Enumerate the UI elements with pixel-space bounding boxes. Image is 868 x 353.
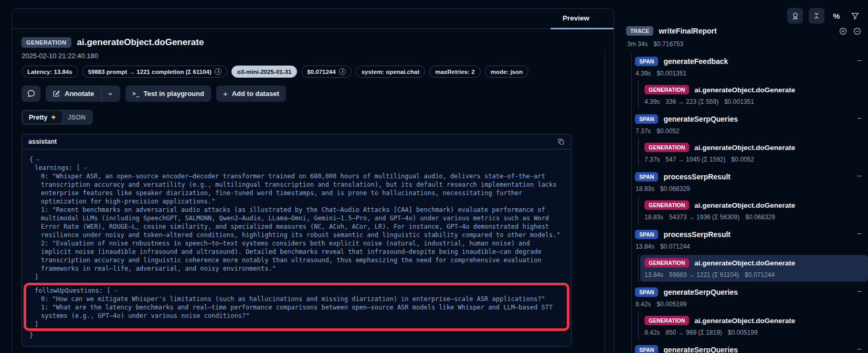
collapse-span-icon[interactable]: −: [857, 230, 862, 238]
json-array-item: 0:"How can we mitigate Whisper's limitat…: [29, 295, 564, 303]
generation-name: ai.generateObject.doGenerate: [694, 317, 795, 325]
generation-row[interactable]: GENERATION ai.generateObject.doGenerate …: [640, 82, 863, 109]
span-duration: 18.83s: [636, 185, 654, 192]
span-name: processSerpResult: [663, 230, 731, 239]
annotate-button[interactable]: Annotate: [46, 85, 120, 102]
tab-preview[interactable]: Preview: [554, 9, 613, 28]
toggle-json[interactable]: JSON: [62, 112, 91, 123]
annotation-award-button[interactable]: [787, 8, 803, 24]
generation-tokens: 336 → 223 (Σ 559): [665, 98, 718, 105]
span-block: SPAN generateSerpQueries −: [635, 344, 863, 353]
generation-type-badge: GENERATION: [644, 316, 689, 325]
model-pill[interactable]: o3-mini-2025-01-31: [231, 66, 298, 78]
output-json-pretty: { learnings: [ 0:"Whisper ASR, an open-s…: [22, 149, 571, 346]
filter-button[interactable]: [849, 8, 861, 24]
generation-type-badge: GENERATION: [644, 85, 689, 94]
collapse-span-icon[interactable]: −: [857, 345, 862, 353]
span-type-badge: SPAN: [635, 57, 658, 66]
page-title: ai.generateObject.doGenerate: [77, 37, 204, 48]
generation-cost: $0.005199: [728, 329, 758, 336]
span-row[interactable]: SPAN generateSerpQueries: [635, 286, 863, 298]
comment-button[interactable]: [22, 85, 40, 102]
span-block: SPAN generateFeedback − 4.39s $0.001351 …: [635, 56, 863, 109]
award-icon: [791, 12, 800, 20]
generation-duration: 18.83s: [644, 213, 663, 221]
generation-name: ai.generateObject.doGenerate: [694, 144, 795, 152]
generation-row[interactable]: GENERATION ai.generateObject.doGenerate …: [640, 140, 863, 166]
span-row[interactable]: SPAN processSerpResult: [635, 229, 863, 240]
span-row[interactable]: SPAN generateSerpQueries: [635, 113, 863, 125]
add-to-dataset-label: Add to dataset: [232, 90, 279, 98]
json-array-item: 0:"Whisper ASR, an open-source encoder—d…: [29, 172, 564, 206]
copy-icon[interactable]: [557, 138, 565, 145]
span-row[interactable]: SPAN generateSerpQueries: [635, 344, 863, 353]
plus-icon: +: [223, 89, 228, 98]
terminal-icon: >_: [132, 90, 139, 97]
json-line[interactable]: learnings: [: [29, 164, 564, 172]
generation-duration: 8.42s: [644, 329, 660, 336]
span-cost: $0.071244: [660, 243, 690, 250]
test-in-playground-button[interactable]: >_ Test in playground: [125, 85, 211, 102]
chevron-down-icon: [36, 157, 40, 162]
info-icon: i: [339, 68, 346, 75]
percent-icon: %: [833, 12, 840, 20]
generation-cost: $0.071244: [745, 271, 775, 279]
collapse-all-icon[interactable]: [853, 27, 862, 36]
span-cost: $0.068329: [660, 185, 690, 192]
annotate-pencil-icon: [52, 90, 60, 98]
collapse-span-icon[interactable]: −: [857, 114, 862, 123]
span-name: generateSerpQueries: [663, 115, 738, 123]
span-block: SPAN generateSerpQueries − 7.37s $0.0052…: [635, 113, 863, 166]
json-line: ]: [29, 273, 564, 281]
collapse-vertical-button[interactable]: [809, 8, 824, 24]
json-line[interactable]: followUpQuestions: [: [29, 286, 564, 295]
generation-row[interactable]: GENERATION ai.generateObject.doGenerate …: [640, 313, 863, 339]
message-role-label: assistant: [28, 138, 57, 145]
filter-funnel-icon: [851, 12, 860, 20]
generation-name: ai.generateObject.doGenerate: [694, 201, 795, 209]
generation-name: ai.generateObject.doGenerate: [694, 259, 795, 267]
span-row[interactable]: SPAN generateFeedback: [635, 56, 863, 67]
trace-tree-panel: TRACE writeFinalReport 3m 34s $0.716753 …: [626, 26, 863, 353]
test-in-playground-label: Test in playground: [144, 90, 204, 98]
span-row[interactable]: SPAN processSerpResult: [635, 171, 863, 183]
sparkles-icon: ✦: [50, 113, 56, 121]
tokens-pill[interactable]: 59883 prompt → 1221 completion (Σ 61104)…: [82, 66, 227, 78]
collapse-span-icon[interactable]: −: [857, 287, 862, 296]
chevron-down-icon[interactable]: [107, 91, 113, 97]
info-icon: i: [215, 68, 221, 75]
trace-duration: 3m 34s: [627, 40, 648, 48]
trace-root-row[interactable]: TRACE writeFinalReport: [626, 26, 863, 36]
cost-pill[interactable]: $0.071244 i: [301, 66, 351, 78]
max-retries-pill: maxRetries: 2: [429, 66, 480, 78]
span-name: generateSerpQueries: [663, 288, 738, 296]
trace-toolbar: %: [787, 8, 861, 24]
generation-row[interactable]: GENERATION ai.generateObject.doGenerate …: [640, 197, 863, 224]
span-cost: $0.005199: [657, 301, 686, 308]
generation-type-badge: GENERATION: [644, 143, 689, 152]
cost-pill-label: $0.071244: [307, 69, 335, 75]
generation-row-selected[interactable]: GENERATION ai.generateObject.doGenerate …: [640, 255, 868, 282]
chevron-down-icon: [113, 288, 118, 293]
toggle-pretty[interactable]: Pretty ✦: [23, 111, 62, 123]
span-cost: $0.0052: [657, 127, 679, 135]
percent-toggle-button[interactable]: %: [830, 8, 843, 24]
mode-pill: mode: json: [485, 66, 528, 78]
latency-pill[interactable]: Latency: 13.84s: [22, 66, 78, 78]
generation-type-badge: GENERATION: [644, 200, 689, 210]
generation-tokens: 59883 → 1221 (Σ 61104): [669, 271, 739, 279]
trace-cost: $0.716753: [653, 40, 683, 48]
json-array-item: 1:"What are the latency benchmarks and r…: [29, 303, 564, 320]
generation-type-badge: GENERATION: [644, 258, 689, 268]
expand-all-icon[interactable]: [839, 27, 848, 36]
json-line[interactable]: {: [29, 155, 564, 164]
active-tab-underline: [551, 28, 613, 29]
span-block: SPAN processSerpResult − 18.83s $0.06832…: [635, 171, 863, 224]
collapse-span-icon[interactable]: −: [857, 57, 862, 65]
span-duration: 4.39s: [636, 70, 651, 77]
generation-tokens: 54373 → 1936 (Σ 56309): [669, 213, 739, 221]
json-line: ]: [29, 320, 564, 328]
collapse-span-icon[interactable]: −: [857, 172, 862, 180]
generation-cost: $0.0052: [732, 156, 754, 163]
add-to-dataset-button[interactable]: + Add to dataset: [216, 85, 286, 102]
